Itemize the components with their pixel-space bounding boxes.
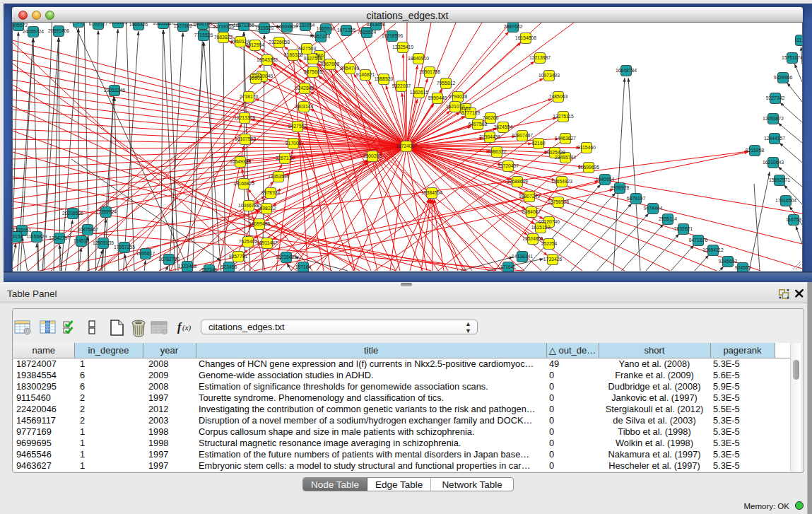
svg-text:1640954: 1640954 (596, 177, 615, 182)
svg-text:114519: 114519 (73, 238, 89, 243)
svg-text:12213987: 12213987 (529, 55, 551, 60)
svg-text:10807487: 10807487 (512, 133, 533, 138)
svg-text:20206536: 20206536 (62, 211, 83, 216)
svg-text:11120: 11120 (794, 37, 802, 42)
svg-text:3624554: 3624554 (494, 124, 513, 129)
svg-text:16911447: 16911447 (257, 240, 278, 245)
svg-text:11156829: 11156829 (26, 234, 47, 239)
svg-text:16782759: 16782759 (158, 257, 180, 262)
svg-text:746266: 746266 (483, 115, 499, 120)
svg-text:17016504: 17016504 (775, 198, 796, 203)
svg-text:9227342: 9227342 (766, 95, 785, 100)
svg-text:116753: 116753 (786, 217, 801, 222)
svg-text:8978334: 8978334 (261, 190, 281, 195)
svg-text:252254: 252254 (541, 241, 558, 246)
svg-text:12213369: 12213369 (234, 115, 255, 120)
svg-text:15720407: 15720407 (498, 163, 519, 168)
svg-text:10688609: 10688609 (507, 179, 528, 184)
svg-text:12093872: 12093872 (763, 116, 784, 121)
svg-text:7515520: 7515520 (255, 25, 274, 30)
svg-text:1615152: 1615152 (531, 225, 551, 230)
svg-text:16210643: 16210643 (763, 160, 784, 165)
svg-text:10654112: 10654112 (702, 247, 724, 252)
svg-text:171641: 171641 (500, 264, 517, 269)
svg-text:8471676: 8471676 (689, 238, 708, 243)
svg-text:16961758: 16961758 (419, 69, 440, 74)
svg-text:3498222: 3498222 (257, 206, 276, 211)
svg-text:1065326: 1065326 (129, 23, 148, 27)
svg-text:10653267: 10653267 (153, 23, 174, 25)
svg-text:6794028: 6794028 (449, 94, 468, 99)
svg-text:7986322: 7986322 (488, 149, 507, 154)
svg-text:7632621: 7632621 (674, 226, 693, 231)
svg-text:1065532: 1065532 (317, 26, 336, 31)
svg-text:2300203: 2300203 (363, 153, 382, 158)
svg-text:6879197: 6879197 (627, 196, 646, 201)
svg-text:9146821: 9146821 (356, 72, 375, 77)
svg-text:1323468: 1323468 (178, 264, 197, 269)
svg-text:1903317: 1903317 (69, 23, 88, 24)
svg-text:2887682: 2887682 (504, 24, 523, 29)
svg-text:1588520: 1588520 (375, 76, 394, 81)
svg-text:15751074: 15751074 (782, 55, 802, 60)
svg-text:1527602: 1527602 (174, 23, 193, 28)
svg-text:924565: 924565 (735, 265, 751, 270)
svg-text:8427552: 8427552 (288, 124, 307, 129)
svg-text:13353594: 13353594 (268, 174, 289, 179)
svg-text:15716485: 15716485 (276, 255, 297, 259)
svg-text:12444157: 12444157 (764, 136, 785, 141)
svg-text:13275115: 13275115 (553, 114, 574, 119)
svg-text:1335051: 1335051 (13, 228, 31, 233)
svg-text:17957255: 17957255 (114, 245, 135, 250)
svg-text:9084067: 9084067 (522, 209, 541, 214)
svg-text:2803144: 2803144 (295, 104, 314, 109)
svg-text:13524851: 13524851 (522, 236, 543, 241)
svg-text:18724007: 18724007 (396, 144, 417, 148)
svg-text:18807249: 18807249 (519, 194, 540, 199)
svg-text:16033809: 16033809 (276, 24, 298, 29)
svg-text:1671355: 1671355 (337, 28, 356, 33)
svg-text:16154808: 16154808 (515, 35, 536, 40)
svg-text:18640910: 18640910 (408, 56, 429, 61)
svg-text:7625402: 7625402 (239, 239, 258, 244)
svg-text:14136141: 14136141 (512, 254, 533, 259)
svg-text:9474444: 9474444 (644, 206, 663, 211)
svg-text:14099489: 14099489 (249, 221, 270, 226)
svg-text:9777169: 9777169 (461, 110, 481, 115)
svg-text:14463627: 14463627 (555, 136, 576, 141)
svg-text:10120746: 10120746 (539, 219, 560, 224)
svg-text:12342757: 12342757 (49, 235, 70, 240)
svg-text:1405572: 1405572 (13, 23, 28, 28)
svg-text:10107553: 10107553 (235, 136, 256, 141)
svg-text:21364436: 21364436 (479, 134, 500, 139)
svg-text:2967608: 2967608 (321, 62, 340, 66)
svg-text:8454749: 8454749 (341, 66, 360, 71)
svg-text:24055724: 24055724 (23, 29, 44, 34)
svg-text:10046788: 10046788 (238, 203, 259, 208)
svg-text:30975867: 30975867 (77, 227, 98, 232)
svg-text:19166825: 19166825 (233, 181, 254, 186)
svg-text:7357224: 7357224 (312, 34, 331, 39)
svg-text:f: f (177, 321, 182, 334)
svg-text:7485063: 7485063 (549, 94, 568, 99)
svg-text:9242848: 9242848 (295, 86, 314, 90)
svg-text:157164: 157164 (295, 264, 312, 269)
svg-text:9329966: 9329966 (774, 75, 793, 80)
svg-text:8990448: 8990448 (428, 95, 447, 100)
svg-text:9327508: 9327508 (304, 56, 323, 61)
svg-text:12505135: 12505135 (93, 240, 114, 245)
svg-text:7715526: 7715526 (194, 33, 213, 37)
svg-text:10025438: 10025438 (544, 150, 565, 155)
svg-text:16549385: 16549385 (230, 159, 251, 164)
svg-text:9327503: 9327503 (298, 46, 317, 51)
svg-text:1362615: 1362615 (410, 90, 429, 95)
svg-text:7663822: 7663822 (214, 35, 233, 40)
svg-text:5322037: 5322037 (392, 83, 411, 88)
svg-text:7955812: 7955812 (437, 81, 456, 86)
svg-text:29053346: 29053346 (104, 88, 125, 93)
svg-text:8813054: 8813054 (367, 23, 386, 27)
svg-text:2718170: 2718170 (240, 94, 259, 99)
svg-text:923456: 923456 (221, 264, 237, 269)
svg-text:8938928: 8938928 (611, 185, 630, 190)
svg-text:10973493: 10973493 (539, 73, 560, 78)
